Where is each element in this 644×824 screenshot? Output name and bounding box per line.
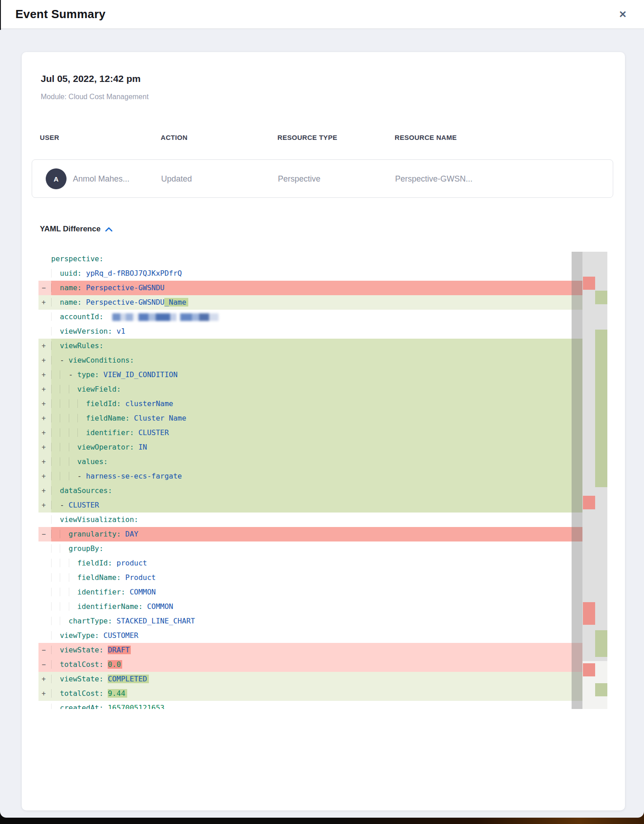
- diff-line: uuid: ypRq_d-fRBOJ7QJKxPDfrQ: [38, 266, 607, 281]
- diff-overview-ruler[interactable]: [582, 252, 607, 709]
- modal-titlebar: Event Summary ✕: [0, 0, 644, 29]
- diff-line: fieldName: Product: [38, 570, 607, 585]
- diff-line: − name: Perspective-GWSNDU: [38, 281, 607, 295]
- diff-line: viewType: CUSTOMER: [38, 628, 607, 643]
- close-icon[interactable]: ✕: [615, 7, 630, 22]
- diff-line: chartType: STACKED_LINE_CHART: [38, 614, 607, 628]
- overview-deletion-mark: [583, 602, 595, 625]
- audit-event-row[interactable]: A Anmol Mahes... Updated Perspective Per…: [32, 159, 613, 198]
- diff-gutter-sign: [38, 701, 51, 709]
- diff-gutter-sign: +: [38, 686, 51, 701]
- diff-gutter-sign: −: [38, 281, 51, 295]
- overview-addition-mark: [595, 683, 607, 696]
- diff-gutter-sign: +: [38, 411, 51, 426]
- overview-deletion-mark: [583, 277, 595, 290]
- diff-gutter-sign: +: [38, 397, 51, 411]
- overview-deletion-mark: [583, 663, 595, 676]
- diff-line: − totalCost: 0.0: [38, 657, 607, 672]
- diff-gutter-sign: +: [38, 368, 51, 382]
- diff-line: createdAt: 1657005121653: [38, 701, 607, 709]
- overview-addition-mark: [595, 330, 607, 487]
- diff-gutter-sign: +: [38, 426, 51, 440]
- diff-gutter-sign: [38, 585, 51, 599]
- redacted-value: [112, 313, 219, 321]
- column-header-resource-type: RESOURCE TYPE: [277, 134, 337, 141]
- diff-gutter-sign: +: [38, 455, 51, 469]
- diff-gutter-sign: +: [38, 295, 51, 310]
- diff-gutter-sign: [38, 541, 51, 556]
- row-resource-name: Perspective-GWSN...: [395, 160, 472, 198]
- page-title: Event Summary: [15, 7, 105, 21]
- user-avatar: A: [46, 168, 67, 189]
- diff-line: accountId:: [38, 310, 607, 324]
- diff-line: + name: Perspective-GWSNDU_Name: [38, 295, 607, 310]
- column-header-resource-name: RESOURCE NAME: [395, 134, 457, 141]
- diff-line: fieldId: product: [38, 556, 607, 570]
- diff-line: − viewState: DRAFT: [38, 643, 607, 657]
- diff-gutter-sign: +: [38, 440, 51, 455]
- diff-gutter-sign: [38, 252, 51, 266]
- diff-gutter-sign: [38, 310, 51, 324]
- diff-gutter-sign: −: [38, 643, 51, 657]
- diff-line: + - viewConditions:: [38, 353, 607, 368]
- row-resource-type: Perspective: [278, 160, 320, 198]
- row-action: Updated: [161, 160, 192, 198]
- diff-scrollbar[interactable]: [572, 252, 582, 709]
- diff-gutter-sign: +: [38, 382, 51, 397]
- event-module-label: Module: Cloud Cost Management: [41, 93, 148, 101]
- window-edge: [0, 0, 1, 30]
- diff-gutter-sign: [38, 570, 51, 585]
- diff-line: + values:: [38, 455, 607, 469]
- yaml-diff-code: perspective: uuid: ypRq_d-fRBOJ7QJKxPDfr…: [38, 252, 607, 709]
- diff-line: − granularity: DAY: [38, 527, 607, 541]
- diff-gutter-sign: [38, 628, 51, 643]
- column-header-user: USER: [40, 134, 59, 141]
- diff-line: groupBy:: [38, 541, 607, 556]
- event-card: Jul 05, 2022, 12:42 pm Module: Cloud Cos…: [22, 52, 625, 810]
- diff-line: + totalCost: 9.44: [38, 686, 607, 701]
- diff-gutter-sign: −: [38, 657, 51, 672]
- diff-line: + - type: VIEW_ID_CONDITION: [38, 368, 607, 382]
- diff-gutter-sign: +: [38, 353, 51, 368]
- diff-line: + - CLUSTER: [38, 498, 607, 513]
- diff-gutter-sign: [38, 266, 51, 281]
- event-summary-modal: Event Summary ✕ Jul 05, 2022, 12:42 pm M…: [0, 0, 644, 818]
- yaml-difference-toggle[interactable]: YAML Difference: [40, 225, 113, 234]
- diff-gutter-sign: [38, 556, 51, 570]
- diff-gutter-sign: −: [38, 527, 51, 541]
- diff-gutter-sign: +: [38, 672, 51, 686]
- diff-line: + viewState: COMPLETED: [38, 672, 607, 686]
- diff-gutter-sign: +: [38, 339, 51, 353]
- yaml-diff-editor: perspective: uuid: ypRq_d-fRBOJ7QJKxPDfr…: [38, 252, 607, 709]
- diff-gutter-sign: [38, 324, 51, 339]
- overview-addition-mark: [595, 291, 607, 304]
- diff-line: + viewField:: [38, 382, 607, 397]
- diff-gutter-sign: [38, 513, 51, 527]
- diff-gutter-sign: +: [38, 469, 51, 484]
- yaml-difference-label: YAML Difference: [40, 225, 100, 234]
- event-timestamp: Jul 05, 2022, 12:42 pm: [41, 73, 141, 84]
- chevron-up-icon: [105, 227, 113, 232]
- diff-gutter-sign: [38, 614, 51, 628]
- row-user: Anmol Mahes...: [73, 160, 129, 198]
- diff-line: viewVersion: v1: [38, 324, 607, 339]
- column-header-action: ACTION: [161, 134, 187, 141]
- diff-line: + identifier: CLUSTER: [38, 426, 607, 440]
- diff-line: + viewOperator: IN: [38, 440, 607, 455]
- overview-deletion-mark: [583, 496, 595, 509]
- diff-line: + fieldName: Cluster Name: [38, 411, 607, 426]
- diff-line: identifier: COMMON: [38, 585, 607, 599]
- diff-gutter-sign: +: [38, 498, 51, 513]
- diff-line: identifierName: COMMON: [38, 599, 607, 614]
- diff-gutter-sign: [38, 599, 51, 614]
- diff-line: + viewRules:: [38, 339, 607, 353]
- diff-line: + - harness-se-ecs-fargate: [38, 469, 607, 484]
- diff-line: perspective:: [38, 252, 607, 266]
- diff-line: + dataSources:: [38, 484, 607, 498]
- diff-line: + fieldId: clusterName: [38, 397, 607, 411]
- overview-addition-mark: [595, 630, 607, 657]
- diff-gutter-sign: +: [38, 484, 51, 498]
- diff-line: viewVisualization:: [38, 513, 607, 527]
